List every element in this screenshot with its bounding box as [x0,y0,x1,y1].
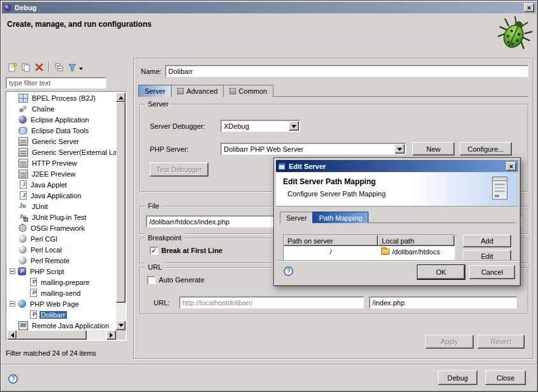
url-base-input[interactable] [179,296,364,309]
filter-input[interactable] [6,77,106,89]
tree-item-label: Remote Java Application [31,322,110,330]
new-config-icon[interactable] [6,61,19,73]
tree-item-label: Dolibarr [40,311,67,319]
tree-item[interactable]: Java Applet [7,179,116,190]
tree-item-selected[interactable]: Dolibarr [7,309,116,320]
tree-item[interactable]: mailing-send [7,287,116,298]
php-file-icon [30,289,37,297]
tab-server[interactable]: Server [138,85,171,97]
tree-item[interactable]: BPEL Process (B2J) [7,92,116,103]
tree-item-label: JUnit [31,203,49,210]
scroll-down-icon[interactable] [116,321,126,330]
auto-generate-checkbox[interactable] [147,276,156,284]
tree-item[interactable]: Generic Server [7,136,116,147]
tree-item-label: Generic Server [31,138,80,145]
collapse-toggle-icon[interactable] [10,301,15,307]
tree-item-label: Perl Remote [29,257,71,265]
close-icon[interactable]: × [524,3,534,12]
tree-item[interactable]: Perl Local [7,244,116,255]
server-image [490,175,509,202]
tab-advanced[interactable]: Advanced [171,85,224,97]
tree-horizontal-scrollbar[interactable] [7,330,116,340]
toolbar-separator [48,62,50,72]
cancel-button[interactable]: Cancel [469,265,515,279]
horizontal-scroll-thumb[interactable] [17,330,87,340]
tree-item-label: J2EE Preview [31,170,76,178]
help-icon[interactable]: ? [8,374,18,384]
collapse-toggle-icon[interactable] [10,268,15,274]
chevron-down-icon[interactable] [289,121,299,131]
url-path-input[interactable] [369,296,517,309]
tree-item-label: Generic Server(External La [31,149,116,156]
tree-item[interactable]: Eclipse Data Tools [7,125,116,136]
php-server-select[interactable]: Dolibarr PHP Web Server [221,143,406,155]
dialog-subheading: Configure Server Path Mapping [287,190,386,198]
tree-item[interactable]: JUnit [7,201,116,212]
window-titlebar: Debug × [2,2,536,13]
tree-item[interactable]: HTTP Preview [7,157,116,168]
tree-item[interactable]: J2EE Preview [7,168,116,179]
edit-server-dialog: Edit Server × Edit Server Path Mapping C… [273,157,521,286]
dialog-help-icon[interactable]: ? [284,266,293,276]
scroll-left-icon[interactable] [7,330,17,340]
configure-button[interactable]: Configure... [460,142,512,156]
revert-button[interactable]: Revert [477,335,525,349]
tree-item[interactable]: Perl Remote [7,255,116,266]
tree-item[interactable]: PHP Web Page [7,298,116,309]
tree-item-label: JUnit Plug-in Test [31,214,87,221]
break-first-line-checkbox[interactable]: ✓ [150,247,158,255]
debug-window: Debug × Create, manage, and run configur… [0,0,538,392]
server-debugger-select[interactable]: XDebug [221,120,300,132]
chevron-down-icon[interactable] [395,144,405,154]
tree-item[interactable]: mailing-prepare [7,277,116,287]
osgi-icon [18,224,27,232]
tree-item[interactable]: Perl CGI [7,233,116,244]
table-row[interactable]: / /dolibarr/htdocs [284,246,454,257]
server-icon [18,159,28,168]
new-server-button[interactable]: New [412,142,454,156]
vertical-scroll-thumb[interactable] [116,102,126,303]
close-button[interactable]: Close [485,370,526,385]
perl-icon [18,245,27,254]
ok-button[interactable]: OK [418,265,465,279]
dialog-close-icon[interactable]: × [506,162,516,171]
tree-item[interactable]: Chaîne [7,103,116,114]
scroll-right-icon[interactable] [106,330,116,340]
tab-common[interactable]: Common [223,85,273,97]
tree-item[interactable]: Generic Server(External La [7,147,116,157]
filter-icon[interactable] [66,61,79,73]
dialog-banner: Edit Server Path Mapping Configure Serve… [276,172,518,207]
tree-item[interactable]: Eclipse Application [7,114,116,125]
name-input[interactable] [165,65,528,77]
tree-item[interactable]: Remote Java Application [7,320,116,330]
delete-icon[interactable] [33,61,46,73]
tree-item[interactable]: PHP Script [7,266,116,277]
debug-button[interactable]: Debug [438,370,477,385]
common-tab-icon [229,88,236,94]
column-path-on-server[interactable]: Path on server [284,235,378,246]
file-group-title: File [145,201,162,210]
apply-button[interactable]: Apply [425,335,474,349]
duplicate-icon[interactable] [19,61,33,73]
test-debugger-button[interactable]: Test Debugger [150,163,208,177]
dialog-tab-path-mapping[interactable]: Path Mapping [312,212,368,223]
tree-item[interactable]: Java Application [7,190,116,201]
server-icon [18,137,28,146]
php-file-icon [30,310,37,319]
tree-item[interactable]: OSGi Framework [7,222,116,233]
tab-label: Common [238,87,267,95]
dialog-tab-server[interactable]: Server [280,212,313,223]
tree-vertical-scrollbar[interactable] [116,92,126,330]
tree-item[interactable]: JUnit Plug-in Test [7,212,116,222]
perl-icon [18,256,27,265]
toolbar-menu-arrow-icon[interactable] [79,68,83,72]
column-local-path[interactable]: Local path [378,235,454,246]
server-icon [18,170,28,178]
add-button[interactable]: Add [463,235,511,247]
collapse-all-icon[interactable] [52,61,66,73]
url-group-title: URL [145,263,164,272]
dialog-titlebar: Edit Server × [276,160,518,172]
window-title: Debug [15,4,36,11]
scroll-up-icon[interactable] [116,92,126,102]
junit-plugin-icon [18,213,28,222]
